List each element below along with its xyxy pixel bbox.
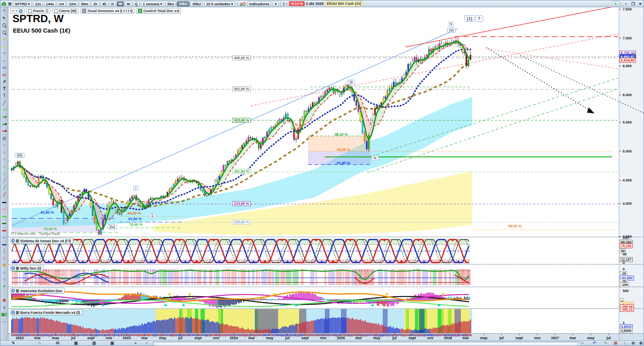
zoom-out-icon[interactable]: ⊖ <box>632 341 635 345</box>
cursor-tool-icon[interactable]: ↖ <box>1 15 8 22</box>
draw-icon[interactable]: ✎ <box>12 341 15 345</box>
ellipse-green-tool-icon[interactable]: ○ <box>1 163 8 170</box>
windows-icon[interactable]: ▣ <box>110 341 114 345</box>
image-icon[interactable]: ▦ <box>74 341 78 345</box>
ellipse-green-arrow-tool-icon[interactable]: ○ <box>1 170 8 177</box>
timeframe-button-4h[interactable]: 4h <box>100 1 109 6</box>
stats-b-tool-icon[interactable]: ∵ <box>1 276 8 283</box>
scrollbar-thumb[interactable] <box>154 342 578 346</box>
text-tool-icon[interactable]: T <box>1 85 8 93</box>
zoom-tool-icon[interactable] <box>1 22 8 29</box>
record-icon[interactable]: ● <box>286 2 288 6</box>
callout-tool-icon[interactable]: T <box>1 93 8 100</box>
pause-icon[interactable]: ∥ <box>283 2 285 6</box>
chart-bars-icon[interactable]: ▥ <box>92 341 96 345</box>
volume-button-35ku[interactable]: 35kU <box>190 1 203 6</box>
period-dropdown[interactable]: 1 semana ▾ <box>141 1 164 6</box>
indicators-button[interactable]: Indicadores <box>247 1 272 6</box>
ellipse-red-tool-icon[interactable]: ○ <box>1 149 8 156</box>
units-dropdown[interactable]: 10 k unidades ▾ <box>204 1 235 6</box>
legend-item-cierre[interactable]: Cierre (W) <box>52 8 78 14</box>
rect-red-tool-icon[interactable]: ▭ <box>1 71 8 78</box>
hline-black-tool-icon[interactable]: ▬ <box>1 198 8 206</box>
panel-header-4[interactable]: ✕Barra Fuerza Fondo Mercado v4 (f) <box>10 309 83 315</box>
scroll-left-icon[interactable]: ‹ <box>146 341 147 345</box>
angle-tool-icon[interactable]: ∠ <box>1 255 8 262</box>
pattern-tool-icon[interactable]: ≈ <box>1 142 8 149</box>
zoom-fit-icon[interactable]: ↕ <box>623 341 625 345</box>
timeframe-button-m[interactable]: M <box>125 1 132 6</box>
chart-canvas[interactable] <box>8 7 644 340</box>
zoom-area-tool-icon[interactable] <box>1 29 8 36</box>
indicators-dropdown[interactable]: ▾ <box>272 1 279 6</box>
line-green-tool-icon[interactable]: ╱ <box>1 184 8 192</box>
hline-darkgreen-tool-icon[interactable]: ▬ <box>1 219 8 227</box>
close-button[interactable]: ✕ <box>637 2 644 6</box>
hline-lightblue-tool-icon[interactable]: ▬ <box>1 234 8 241</box>
share-icon[interactable]: ∴ <box>38 341 41 345</box>
horizontal-scrollbar[interactable] <box>153 342 581 346</box>
vline-tool-icon[interactable]: │ <box>1 248 8 255</box>
segment-tool-icon[interactable]: ╱ <box>1 99 8 107</box>
refresh-button[interactable]: ↻ <box>612 1 619 6</box>
expand-chevron-icon[interactable]: v <box>1 304 8 311</box>
rect-blue-tool-icon[interactable]: ▭ <box>1 64 8 71</box>
timeframe-button-1h[interactable]: 1h <box>91 1 99 6</box>
timeframe-button-144s[interactable]: 144s <box>44 1 56 6</box>
zoom-in-icon[interactable]: ⊕ <box>639 341 642 345</box>
alert-add-tool-icon[interactable]: ● <box>1 36 8 43</box>
ellipse-brown-tool-icon[interactable]: ○ <box>1 156 8 163</box>
panel-close-icon[interactable]: ✕ <box>11 266 15 270</box>
orders-notification-icon[interactable]: ▣1 <box>1 311 8 319</box>
scroll-right-icon[interactable]: › <box>582 341 583 345</box>
timeframe-button-56m[interactable]: 56m <box>79 1 90 6</box>
panel-header-1[interactable]: ✕Sistema de trenes Doc v4 (f f) <box>10 238 73 244</box>
hline-dot-red-tool-icon[interactable] <box>1 128 8 135</box>
hline-dot-darkgreen-tool-icon[interactable] <box>1 121 8 128</box>
check-tool-icon[interactable]: ✔ <box>1 283 8 290</box>
panel-header-2[interactable]: ✕Willy Doc (t) <box>10 265 43 271</box>
minimize-button[interactable]: – <box>623 2 629 6</box>
hline-darkblue-tool-icon[interactable]: ▬ <box>1 241 8 248</box>
layout-grid-icon[interactable]: ▦ <box>8 2 12 6</box>
undo-icon[interactable]: ↶ <box>593 341 596 345</box>
instrument-chip[interactable]: EEUU 500 Cash (1€) <box>325 1 363 6</box>
hline-dot-green-tool-icon[interactable] <box>1 113 8 121</box>
arrow-tool-icon[interactable]: ↗ <box>1 78 8 85</box>
collapse-chevron-icon[interactable]: ^ <box>1 8 8 15</box>
delete-tool-icon[interactable]: ✖ <box>1 297 8 304</box>
hline-red-tool-icon[interactable]: ▬ <box>1 227 8 234</box>
panel-header-3[interactable]: ✕Awesome Evolution Doc <box>10 288 65 294</box>
collapse-left-icon[interactable]: « <box>134 341 137 345</box>
timeframe-button-w[interactable]: W <box>117 1 124 6</box>
thumb-up-tool-icon[interactable]: ↑ <box>1 290 8 297</box>
volume-button-10ku[interactable]: 10kU <box>177 1 190 6</box>
legend-item-precio[interactable]: Precio☰ <box>26 8 51 14</box>
volume-button-5ku[interactable]: 5kU <box>165 1 176 6</box>
legend-item-tunel[interactable]: Tunel Domenec v4 (t t t t t) <box>80 8 134 14</box>
timeframe-button-q[interactable]: Q <box>133 1 140 6</box>
legend-action-buttons[interactable]: ++✕ <box>10 8 25 14</box>
line-gray-tool-icon[interactable]: ╱ <box>1 177 8 184</box>
ruler-tool-icon[interactable]: ▨ <box>1 135 8 142</box>
panel-close-icon[interactable]: ✕ <box>11 311 15 314</box>
timeframe-button-1m[interactable]: 1m <box>57 1 66 6</box>
more-tool-icon[interactable]: ⋯ <box>1 318 8 325</box>
line-red-tool-icon[interactable]: ╱ <box>1 191 8 198</box>
timeframe-button-12s[interactable]: 12s <box>33 1 43 6</box>
hline-pink-tool-icon[interactable]: ▬ <box>1 205 8 212</box>
timeframe-button-d[interactable]: D <box>109 1 116 6</box>
hline-dot-lightgreen-tool-icon[interactable] <box>1 107 8 114</box>
panel-close-icon[interactable]: ✕ <box>11 289 15 292</box>
symbol-dropdown[interactable]: SPTRD ▾ <box>13 1 32 6</box>
chat-icon[interactable]: ✉ <box>56 341 59 345</box>
alert-tool-icon[interactable]: ● <box>1 43 8 50</box>
redo-icon[interactable]: ↷ <box>604 341 607 345</box>
stats-a-tool-icon[interactable]: ∴ <box>1 269 8 276</box>
polyline-tool-icon[interactable]: ~ <box>1 50 8 57</box>
settings-icon[interactable]: ⊞ <box>614 341 617 345</box>
restore-button[interactable]: ❒ <box>630 2 636 6</box>
timeframe-button-12m[interactable]: 12m <box>67 1 78 6</box>
hline-green-tool-icon[interactable]: ▬ <box>1 212 8 220</box>
dashed-segment-tool-icon[interactable]: -- <box>1 57 8 64</box>
